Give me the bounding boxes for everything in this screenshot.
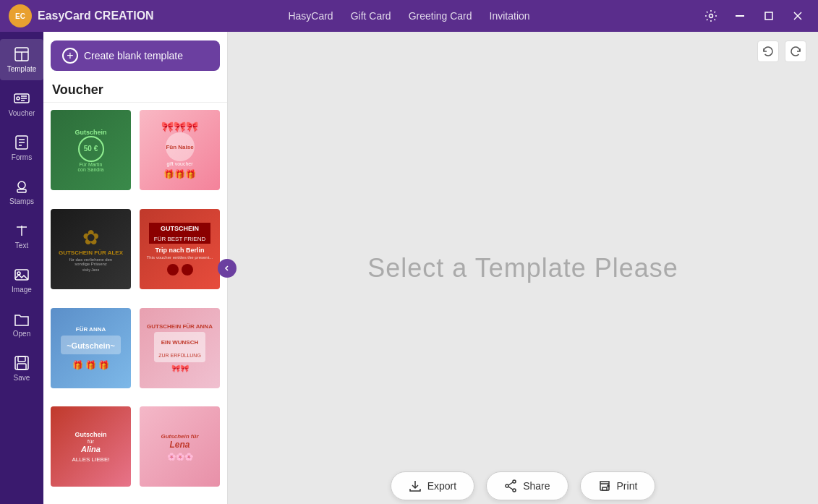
icon-sidebar: Template Voucher Forms [0,32,43,504]
export-icon [409,479,422,492]
template-item[interactable]: Gutschein für Lena 🌸🌸🌸 [138,405,221,488]
share-icon [504,479,517,492]
export-button[interactable]: Export [391,471,474,500]
svg-point-30 [506,484,508,487]
sidebar-item-save[interactable]: Save [0,348,43,389]
main-layout: Template Voucher Forms [0,32,818,504]
create-blank-button[interactable]: + Create blank template [51,40,220,71]
template-grid: Gutschein 50 € Für Martin con Sandra 🎀🎀🎀… [43,103,227,504]
svg-rect-26 [18,356,25,362]
template-panel: + Create blank template Voucher Gutschei… [43,32,228,504]
svg-rect-4 [765,12,772,20]
svg-rect-34 [602,487,607,490]
svg-rect-27 [17,364,26,370]
template-item[interactable]: ✿ GUTSCHEIN FÜR ALEX für das verliehene … [49,208,132,291]
nav-greetingcard[interactable]: Greeting Card [409,10,472,22]
template-item[interactable]: FÜR ANNA ~Gutschein~ 🎁 🎁 🎁 [49,307,132,390]
sidebar-item-open[interactable]: Open [0,304,43,345]
canvas-toolbar [757,40,806,62]
print-button[interactable]: Print [580,471,656,500]
template-item[interactable]: 🎀🎀🎀 Fün Naise gift voucher 🎁🎁🎁 [138,108,221,192]
window-controls [609,4,809,27]
sidebar-item-text[interactable]: Text [0,215,43,257]
close-button[interactable] [786,4,809,27]
svg-point-29 [513,489,516,492]
svg-point-11 [17,97,20,100]
template-item[interactable]: GUTSCHEIN FÜR ANNA EIN WUNSCH ZUR ERFÜLL… [138,307,221,390]
share-button[interactable]: Share [486,471,568,500]
print-icon [598,479,611,492]
svg-rect-20 [17,189,26,192]
nav-bar: HasyCard Gift Card Greeting Card Invitat… [209,10,610,22]
bottom-action-bar: Export Share Print [228,468,818,504]
app-logo-icon: EC [9,4,32,27]
canvas-placeholder-text: Select a Template Please [367,253,678,283]
svg-line-31 [508,482,513,485]
minimize-button[interactable] [728,4,751,27]
canvas-area: Select a Template Please Export Share [228,32,818,504]
plus-icon: + [62,48,78,64]
panel-collapse-button[interactable] [218,259,237,278]
template-item[interactable]: Gutschein 50 € Für Martin con Sandra [49,108,132,192]
nav-invitation[interactable]: Invitation [490,10,530,22]
sidebar-item-stamps[interactable]: Stamps [0,171,43,213]
undo-button[interactable] [757,40,779,62]
sidebar-item-image[interactable]: Image [0,260,43,301]
template-item[interactable]: Gutschein für Alina ALLES LIEBE! [49,405,132,488]
create-btn-area: + Create blank template [43,32,227,77]
svg-point-35 [608,485,609,487]
svg-rect-3 [736,15,744,17]
template-item[interactable]: GUTSCHEIN FÜR BEST FRIEND Trip nach Berl… [138,208,221,291]
nav-hasycard[interactable]: HasyCard [288,10,333,22]
svg-point-2 [710,14,713,18]
svg-text:EC: EC [15,12,25,20]
maximize-button[interactable] [757,4,780,27]
nav-giftcard[interactable]: Gift Card [351,10,391,22]
panel-section-title: Voucher [43,77,227,103]
titlebar: EC EasyCard CREATION HasyCard Gift Card … [0,0,818,32]
sidebar-item-forms[interactable]: Forms [0,127,43,168]
app-title: EasyCard CREATION [38,9,154,22]
svg-line-32 [508,487,513,490]
svg-point-19 [18,181,25,189]
sidebar-item-voucher[interactable]: Voucher [0,83,43,124]
svg-point-28 [513,480,516,483]
settings-button[interactable] [699,4,723,27]
logo-area: EC EasyCard CREATION [9,4,209,27]
redo-button[interactable] [785,40,806,62]
sidebar-item-template[interactable]: Template [0,39,43,80]
